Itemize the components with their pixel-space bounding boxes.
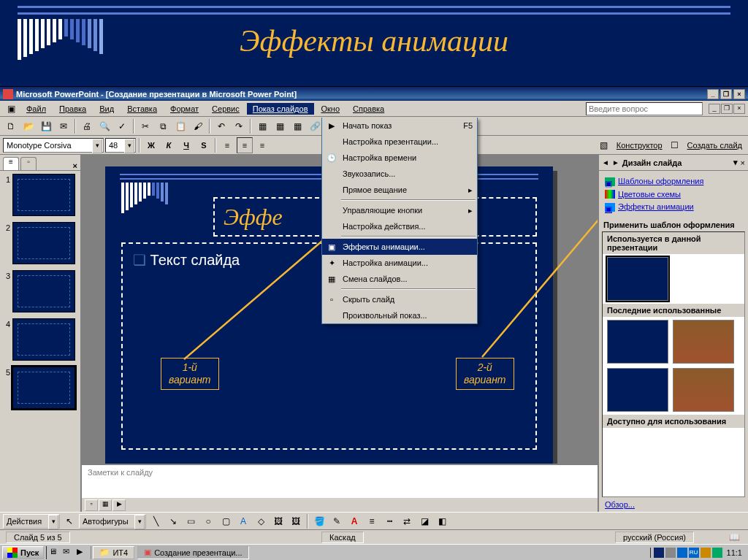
outline-tab[interactable]: ≡	[3, 157, 19, 170]
textbox-icon[interactable]: ▢	[218, 513, 234, 529]
spell-icon[interactable]: ✓	[114, 118, 130, 134]
paste-icon[interactable]: 📋	[172, 118, 188, 134]
slide-thumb-1[interactable]	[12, 174, 75, 216]
oval-icon[interactable]: ○	[200, 513, 216, 529]
open-icon[interactable]: 📂	[20, 118, 37, 134]
align-right-button[interactable]: ≡	[254, 137, 270, 153]
select-icon[interactable]: ↖	[61, 513, 77, 529]
new-slide-icon[interactable]: ☐	[667, 137, 683, 153]
tables-borders-icon[interactable]: ▦	[289, 118, 305, 134]
menu-window[interactable]: Окно	[316, 103, 346, 115]
browse-link[interactable]: Обзор...	[605, 500, 635, 509]
sorter-view-button[interactable]: ▦	[99, 499, 112, 511]
taskbar-task-2[interactable]: ▣Создание презентаци...	[137, 546, 248, 559]
font-size-combo[interactable]: 48	[105, 138, 136, 153]
copy-icon[interactable]: ⧉	[155, 118, 171, 134]
doc-close-button[interactable]: ×	[733, 104, 745, 114]
undo-icon[interactable]: ↶	[213, 118, 229, 134]
menu-broadcast[interactable]: Прямое вещание▸	[322, 182, 477, 198]
3d-style-icon[interactable]: ◧	[434, 513, 450, 529]
menu-start-show[interactable]: ▶Начать показF5	[322, 118, 477, 134]
tray-icon[interactable]	[665, 548, 676, 558]
link-animation-schemes[interactable]: ▣Эффекты анимации	[605, 201, 742, 214]
taskpane-back-button[interactable]: ◄	[602, 158, 609, 166]
panel-close-button[interactable]: ×	[73, 161, 77, 170]
slide-thumb-2[interactable]	[12, 222, 75, 264]
ql-icon[interactable]: ▶	[76, 546, 89, 559]
clipart-icon[interactable]: 🖼	[270, 513, 286, 529]
format-painter-icon[interactable]: 🖌	[190, 118, 206, 134]
preview-icon[interactable]: 🔍	[96, 118, 112, 134]
align-left-button[interactable]: ≡	[219, 137, 235, 153]
slide-thumb-4[interactable]	[12, 318, 75, 361]
menu-help[interactable]: Справка	[347, 103, 390, 115]
diagram-icon[interactable]: ◇	[253, 513, 269, 529]
doc-restore-button[interactable]: ❐	[721, 104, 733, 114]
menu-edit[interactable]: Правка	[53, 103, 92, 115]
align-center-button[interactable]: ≡	[237, 137, 253, 153]
menu-animation-schemes[interactable]: ▣Эффекты анимации...	[322, 239, 477, 255]
arrow-style-icon[interactable]: ⇄	[399, 513, 415, 529]
menu-file[interactable]: Файл	[20, 103, 52, 115]
tray-icon[interactable]	[677, 548, 687, 558]
doc-minimize-button[interactable]: _	[709, 104, 720, 114]
taskbar-task-1[interactable]: 📁ИТ4	[93, 546, 134, 559]
menu-custom-shows[interactable]: Произвольный показ...	[322, 307, 477, 323]
start-button[interactable]: Пуск	[2, 546, 44, 559]
menu-custom-animation[interactable]: ✦Настройка анимации...	[322, 255, 477, 271]
designer-icon[interactable]: ▧	[596, 137, 612, 153]
ql-icon[interactable]: 🖥	[48, 546, 61, 559]
arrow-icon[interactable]: ↘	[165, 513, 181, 529]
menu-hide-slide[interactable]: ▫Скрыть слайд	[322, 291, 477, 307]
tray-clock[interactable]: 11:1	[724, 548, 745, 557]
shadow-button[interactable]: S	[196, 137, 212, 153]
ask-question-input[interactable]	[586, 102, 703, 115]
italic-button[interactable]: К	[161, 137, 177, 153]
menu-record[interactable]: Звукозапись...	[322, 166, 477, 182]
chart-icon[interactable]: ▦	[254, 118, 270, 134]
redo-icon[interactable]: ↷	[231, 118, 247, 134]
designer-link[interactable]: Конструктор	[614, 139, 665, 151]
line-icon[interactable]: ╲	[148, 513, 164, 529]
minimize-button[interactable]: _	[707, 89, 719, 99]
menu-slideshow[interactable]: Показ слайдов	[247, 103, 314, 115]
normal-view-button[interactable]: ▫	[85, 499, 98, 511]
menu-action-settings[interactable]: Настройка действия...	[322, 218, 477, 234]
slide-thumb-3[interactable]	[12, 270, 75, 312]
print-icon[interactable]: 🖨	[79, 118, 95, 134]
menu-slide-transition[interactable]: ▦Смена слайдов...	[322, 271, 477, 287]
link-design-templates[interactable]: ▣Шаблоны оформления	[605, 175, 742, 188]
wordart-icon[interactable]: A	[235, 513, 251, 529]
hyperlink-icon[interactable]: 🔗	[307, 118, 323, 134]
new-slide-link[interactable]: Создать слайд	[684, 139, 745, 151]
shadow-style-icon[interactable]: ◪	[416, 513, 432, 529]
template-thumb[interactable]	[673, 368, 734, 412]
template-thumb[interactable]	[607, 368, 668, 412]
spellcheck-status-icon[interactable]: 📖	[726, 529, 742, 545]
rectangle-icon[interactable]: ▭	[183, 513, 199, 529]
font-combo[interactable]: Monotype Corsiva	[3, 138, 104, 153]
notes-pane[interactable]: Заметки к слайду	[82, 464, 598, 497]
autoshapes-menu[interactable]: Автофигуры	[79, 514, 146, 529]
cut-icon[interactable]: ✂	[137, 118, 153, 134]
taskpane-fwd-button[interactable]: ►	[612, 158, 619, 166]
slides-tab[interactable]: ▫	[20, 157, 37, 170]
actions-menu[interactable]: Действия	[3, 514, 60, 529]
new-icon[interactable]: 🗋	[3, 118, 19, 134]
line-color-icon[interactable]: ✎	[329, 513, 345, 529]
mail-icon[interactable]: ✉	[56, 118, 72, 134]
menu-tools[interactable]: Сервис	[206, 103, 245, 115]
tray-icon[interactable]	[654, 548, 664, 558]
close-button[interactable]: ×	[733, 89, 745, 99]
slideshow-view-button[interactable]: ▶	[112, 499, 126, 511]
underline-button[interactable]: Ч	[178, 137, 194, 153]
font-color-icon[interactable]: A	[346, 513, 362, 529]
menu-view[interactable]: Вид	[94, 103, 120, 115]
taskpane-close-button[interactable]: ×	[741, 158, 745, 167]
template-thumb[interactable]	[673, 320, 734, 364]
menu-rehearse[interactable]: 🕒Настройка времени	[322, 150, 477, 166]
menu-setup-show[interactable]: Настройка презентации...	[322, 134, 477, 150]
menu-action-buttons[interactable]: Управляющие кнопки▸	[322, 202, 477, 218]
dash-style-icon[interactable]: ┅	[381, 513, 397, 529]
maximize-button[interactable]: ❐	[720, 89, 732, 99]
